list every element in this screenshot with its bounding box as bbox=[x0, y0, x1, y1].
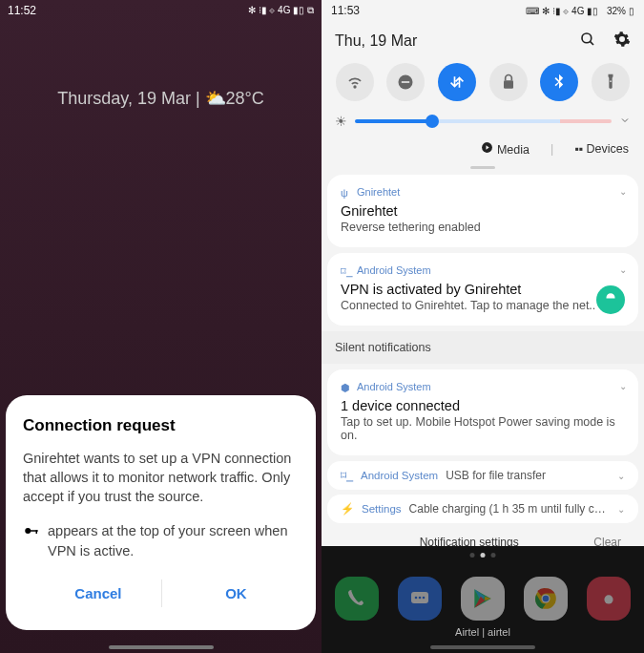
ok-button[interactable]: OK bbox=[197, 578, 276, 609]
dock bbox=[322, 577, 644, 621]
svg-rect-2 bbox=[36, 531, 38, 535]
messages-app-icon[interactable] bbox=[398, 577, 442, 621]
dialog-body: Gnirehtet wants to set up a VPN connecti… bbox=[23, 449, 299, 507]
status-icons: ✻ ⁝▮ ⟐ 4G ▮▯ ⧉ bbox=[248, 4, 314, 17]
svg-point-21 bbox=[604, 595, 613, 603]
brightness-row: ☀ bbox=[322, 105, 644, 137]
key-icon: ⌑⎯ bbox=[341, 265, 351, 276]
data-toggle[interactable] bbox=[438, 63, 476, 101]
app-name: Gnirehtet bbox=[357, 186, 400, 198]
media-button[interactable]: Media bbox=[481, 141, 530, 157]
svg-rect-7 bbox=[504, 80, 513, 88]
phone-right: 11:53 ⌨ ✻ ⁝▮ ⟐ 4G ▮▯ 32%▯ Thu, 19 Mar ☀ … bbox=[322, 0, 644, 653]
notif-sub: Reverse tethering enabled bbox=[341, 221, 625, 234]
gear-icon[interactable] bbox=[613, 31, 631, 52]
nav-pill-right[interactable] bbox=[430, 645, 535, 649]
brightness-icon: ☀ bbox=[335, 114, 347, 129]
status-bar-right: 11:53 ⌨ ✻ ⁝▮ ⟐ 4G ▮▯ 32%▯ bbox=[322, 0, 644, 21]
vpn-dialog: Connection request Gnirehtet wants to se… bbox=[6, 395, 316, 630]
status-icons: ⌨ ✻ ⁝▮ ⟐ 4G ▮▯ 32%▯ bbox=[526, 4, 634, 17]
phone-left: 11:52 ✻ ⁝▮ ⟐ 4G ▮▯ ⧉ Thursday, 19 Mar | … bbox=[0, 0, 322, 653]
devices-button[interactable]: ▪▪ Devices bbox=[574, 142, 629, 156]
app-name: Android System bbox=[361, 470, 438, 481]
notif-title: VPN is activated by Gnirehtet bbox=[341, 282, 625, 297]
key-icon bbox=[23, 522, 40, 545]
svg-line-4 bbox=[590, 41, 593, 45]
chevron-down-icon[interactable]: ⌄ bbox=[617, 471, 625, 481]
status-time: 11:53 bbox=[331, 4, 360, 17]
shade-header: Thu, 19 Mar bbox=[322, 21, 644, 57]
shade-actions bbox=[579, 31, 631, 52]
quick-settings bbox=[322, 57, 644, 105]
chevron-down-icon[interactable]: ⌄ bbox=[617, 504, 625, 515]
settings-icon: ⬢ bbox=[341, 382, 351, 392]
dnd-toggle[interactable] bbox=[386, 63, 425, 101]
silent-header: Silent notifications bbox=[322, 331, 644, 364]
notif-sub: Connected to Gnirehtet. Tap to manage th… bbox=[341, 299, 625, 312]
notification-device[interactable]: ⌄ ⬢Android System 1 device connected Tap… bbox=[327, 369, 638, 455]
wifi-toggle[interactable] bbox=[336, 63, 374, 101]
mini-text: Cable charging (1 h 35 m until fully cha… bbox=[409, 502, 610, 516]
lock-toggle[interactable] bbox=[489, 63, 528, 101]
status-time: 11:52 bbox=[8, 4, 36, 17]
dialog-title: Connection request bbox=[23, 416, 299, 435]
phone-app-icon[interactable] bbox=[335, 577, 379, 621]
camera-icon[interactable] bbox=[587, 577, 631, 621]
cancel-button[interactable]: Cancel bbox=[46, 578, 150, 609]
svg-point-20 bbox=[543, 596, 550, 602]
svg-point-3 bbox=[582, 33, 592, 43]
notif-sub: Tap to set up. Mobile Hotspot Power savi… bbox=[341, 415, 625, 442]
notif-title: Gnirehtet bbox=[341, 203, 625, 219]
notification-gnirehtet[interactable]: ⌄ ψGnirehtet Gnirehtet Reverse tethering… bbox=[327, 175, 638, 247]
page-indicator bbox=[470, 553, 496, 558]
svg-point-11 bbox=[415, 597, 418, 600]
chrome-icon[interactable] bbox=[524, 577, 568, 621]
mini-notif-charging[interactable]: ⚡ Settings Cable charging (1 h 35 m unti… bbox=[327, 495, 638, 523]
app-name: Android System bbox=[357, 264, 431, 276]
svg-rect-6 bbox=[402, 81, 409, 83]
vpn-note-text: appears at the top of your screen when V… bbox=[48, 521, 299, 560]
vpn-note: appears at the top of your screen when V… bbox=[23, 521, 299, 560]
home-date: Thursday, 19 Mar | ⛅28°C bbox=[0, 88, 322, 109]
usb-icon: ψ bbox=[341, 187, 351, 198]
brightness-slider[interactable] bbox=[355, 119, 612, 123]
android-badge-icon bbox=[596, 285, 625, 314]
mini-notif-usb[interactable]: ⌑⎯ Android System USB for file transfer … bbox=[327, 461, 638, 490]
mini-text: USB for file transfer bbox=[446, 469, 610, 482]
app-name: Settings bbox=[362, 503, 402, 515]
flashlight-toggle[interactable] bbox=[592, 63, 630, 101]
chevron-down-icon[interactable]: ⌄ bbox=[619, 186, 627, 197]
shade-handle[interactable] bbox=[470, 166, 495, 169]
chevron-down-icon[interactable]: ⌄ bbox=[619, 264, 627, 275]
chevron-down-icon[interactable] bbox=[619, 113, 631, 130]
key-icon: ⌑⎯ bbox=[341, 469, 353, 482]
app-name: Android System bbox=[357, 381, 431, 392]
status-bar-left: 11:52 ✻ ⁝▮ ⟐ 4G ▮▯ ⧉ bbox=[0, 0, 322, 21]
carrier-label: Airtel | airtel bbox=[455, 626, 510, 638]
notification-vpn[interactable]: ⌄ ⌑⎯Android System VPN is activated by G… bbox=[327, 253, 638, 326]
shade-date: Thu, 19 Mar bbox=[335, 32, 417, 50]
search-icon[interactable] bbox=[579, 31, 596, 52]
nav-pill-left[interactable] bbox=[109, 645, 214, 649]
notif-title: 1 device connected bbox=[341, 398, 625, 413]
svg-point-12 bbox=[419, 597, 422, 600]
bolt-icon: ⚡ bbox=[341, 502, 354, 516]
notifications: ⌄ ψGnirehtet Gnirehtet Reverse tethering… bbox=[322, 175, 644, 566]
dialog-buttons: Cancel OK bbox=[23, 578, 299, 609]
play-store-icon[interactable] bbox=[461, 577, 505, 621]
chevron-down-icon[interactable]: ⌄ bbox=[619, 381, 627, 391]
bluetooth-toggle[interactable] bbox=[540, 63, 578, 101]
svg-point-0 bbox=[25, 528, 31, 534]
media-devices-row: Media | ▪▪ Devices bbox=[322, 137, 644, 164]
svg-point-13 bbox=[423, 597, 426, 600]
